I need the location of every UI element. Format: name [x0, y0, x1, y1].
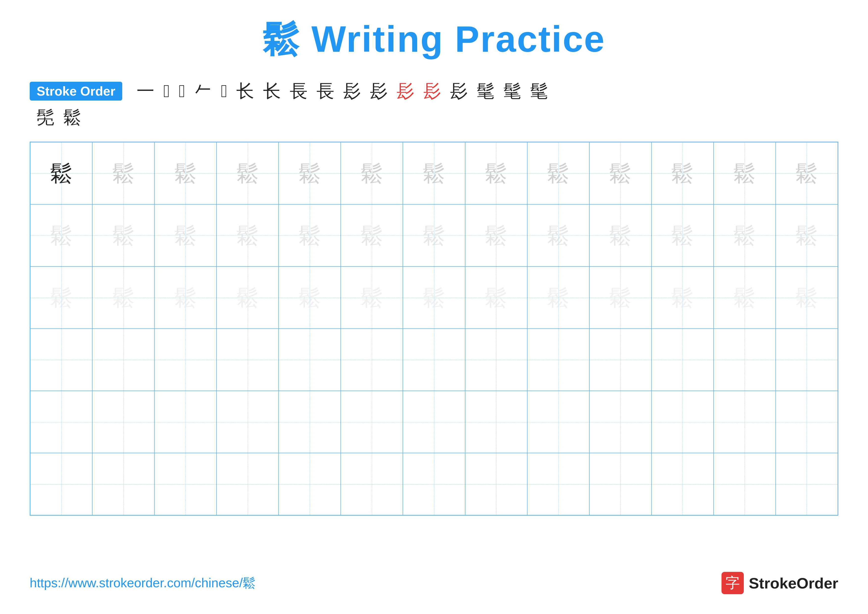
grid-row-6	[30, 453, 838, 515]
grid-cell-r6-c4[interactable]	[217, 453, 279, 515]
grid-cell-r4-c7[interactable]	[403, 329, 465, 391]
stroke-11: 髟	[370, 79, 388, 103]
stroke-8: 長	[290, 79, 308, 103]
grid-cell-r3-c11[interactable]: 鬆	[651, 266, 714, 329]
grid-cell-r5-c12[interactable]	[714, 391, 776, 453]
grid-cell-r2-c5[interactable]: 鬆	[279, 204, 341, 266]
grid-cell-r4-c10[interactable]	[589, 329, 651, 391]
grid-cell-r1-c5[interactable]: 鬆	[279, 142, 341, 204]
stroke-order-row-1: Stroke Order 一 𠃌 𠃎 𠂉 𠄌 长 长 長 長 髟 髟 髟 髟 髟…	[30, 79, 838, 103]
grid-cell-r6-c12[interactable]	[714, 453, 776, 515]
grid-cell-r4-c2[interactable]	[92, 329, 154, 391]
grid-cell-r4-c12[interactable]	[714, 329, 776, 391]
grid-cell-r3-c1[interactable]: 鬆	[30, 266, 92, 329]
grid-cell-r2-c7[interactable]: 鬆	[403, 204, 465, 266]
grid-cell-r2-c12[interactable]: 鬆	[714, 204, 776, 266]
grid-cell-r1-c4[interactable]: 鬆	[217, 142, 279, 204]
grid-cell-r5-c11[interactable]	[651, 391, 714, 453]
grid-cell-r4-c8[interactable]	[465, 329, 527, 391]
grid-cell-r1-c9[interactable]: 鬆	[527, 142, 589, 204]
grid-cell-r6-c6[interactable]	[341, 453, 403, 515]
stroke-7: 长	[263, 79, 281, 103]
grid-cell-r6-c10[interactable]	[589, 453, 651, 515]
stroke-15: 髦	[477, 79, 494, 103]
grid-cell-r1-c10[interactable]: 鬆	[589, 142, 651, 204]
stroke-18: 髧	[37, 106, 54, 129]
grid-cell-r1-c2[interactable]: 鬆	[92, 142, 154, 204]
grid-cell-r5-c13[interactable]	[776, 391, 838, 453]
grid-cell-r2-c8[interactable]: 鬆	[465, 204, 527, 266]
grid-cell-r3-c2[interactable]: 鬆	[92, 266, 154, 329]
stroke-6: 长	[236, 79, 254, 103]
grid-cell-r5-c6[interactable]	[341, 391, 403, 453]
strokeorder-logo-icon: 字	[722, 572, 744, 594]
grid-cell-r1-c13[interactable]: 鬆	[776, 142, 838, 204]
grid-cell-r5-c4[interactable]	[217, 391, 279, 453]
grid-cell-r6-c11[interactable]	[651, 453, 714, 515]
grid-cell-r6-c13[interactable]	[776, 453, 838, 515]
grid-cell-r4-c3[interactable]	[154, 329, 217, 391]
grid-cell-r6-c8[interactable]	[465, 453, 527, 515]
grid-cell-r2-c9[interactable]: 鬆	[527, 204, 589, 266]
grid-cell-r6-c1[interactable]	[30, 453, 92, 515]
grid-cell-r2-c6[interactable]: 鬆	[341, 204, 403, 266]
grid-cell-r2-c4[interactable]: 鬆	[217, 204, 279, 266]
grid-cell-r3-c9[interactable]: 鬆	[527, 266, 589, 329]
grid-cell-r3-c10[interactable]: 鬆	[589, 266, 651, 329]
grid-cell-r3-c13[interactable]: 鬆	[776, 266, 838, 329]
grid-cell-r1-c1[interactable]: 鬆	[30, 142, 92, 204]
grid-cell-r3-c5[interactable]: 鬆	[279, 266, 341, 329]
grid-cell-r5-c1[interactable]	[30, 391, 92, 453]
grid-cell-r2-c13[interactable]: 鬆	[776, 204, 838, 266]
grid-cell-r6-c2[interactable]	[92, 453, 154, 515]
footer-url[interactable]: https://www.strokeorder.com/chinese/鬆	[30, 574, 256, 592]
grid-cell-r1-c8[interactable]: 鬆	[465, 142, 527, 204]
grid-cell-r2-c3[interactable]: 鬆	[154, 204, 217, 266]
stroke-3: 𠃎	[179, 81, 185, 101]
grid-cell-r5-c7[interactable]	[403, 391, 465, 453]
grid-row-5	[30, 391, 838, 453]
grid-cell-r5-c10[interactable]	[589, 391, 651, 453]
grid-cell-r2-c11[interactable]: 鬆	[651, 204, 714, 266]
grid-cell-r4-c6[interactable]	[341, 329, 403, 391]
grid-cell-r6-c7[interactable]	[403, 453, 465, 515]
grid-cell-r2-c1[interactable]: 鬆	[30, 204, 92, 266]
grid-cell-r4-c5[interactable]	[279, 329, 341, 391]
stroke-order-row-2: 髧 鬆	[30, 106, 838, 129]
grid-cell-r3-c7[interactable]: 鬆	[403, 266, 465, 329]
grid-cell-r2-c2[interactable]: 鬆	[92, 204, 154, 266]
grid-cell-r6-c9[interactable]	[527, 453, 589, 515]
grid-cell-r1-c11[interactable]: 鬆	[651, 142, 714, 204]
grid-cell-r3-c6[interactable]: 鬆	[341, 266, 403, 329]
grid-cell-r4-c4[interactable]	[217, 329, 279, 391]
grid-cell-r5-c9[interactable]	[527, 391, 589, 453]
grid-cell-r3-c12[interactable]: 鬆	[714, 266, 776, 329]
grid-cell-r6-c3[interactable]	[154, 453, 217, 515]
grid-cell-r1-c3[interactable]: 鬆	[154, 142, 217, 204]
grid-cell-r3-c3[interactable]: 鬆	[154, 266, 217, 329]
grid-cell-r3-c4[interactable]: 鬆	[217, 266, 279, 329]
grid-cell-r5-c3[interactable]	[154, 391, 217, 453]
grid-cell-r3-c8[interactable]: 鬆	[465, 266, 527, 329]
grid-cell-r1-c12[interactable]: 鬆	[714, 142, 776, 204]
grid-cell-r5-c5[interactable]	[279, 391, 341, 453]
grid-cell-r4-c11[interactable]	[651, 329, 714, 391]
grid-cell-r6-c5[interactable]	[279, 453, 341, 515]
grid-row-1: 鬆 鬆 鬆 鬆 鬆 鬆 鬆 鬆 鬆 鬆 鬆 鬆 鬆	[30, 142, 838, 204]
grid-cell-r1-c7[interactable]: 鬆	[403, 142, 465, 204]
stroke-17: 髦	[530, 79, 548, 103]
grid-cell-r5-c8[interactable]	[465, 391, 527, 453]
stroke-10: 髟	[343, 79, 361, 103]
stroke-19: 鬆	[64, 106, 81, 129]
stroke-14: 髟	[450, 79, 468, 103]
grid-cell-r2-c10[interactable]: 鬆	[589, 204, 651, 266]
grid-cell-r4-c1[interactable]	[30, 329, 92, 391]
grid-row-2: 鬆 鬆 鬆 鬆 鬆 鬆 鬆 鬆 鬆 鬆 鬆 鬆 鬆	[30, 204, 838, 266]
grid-cell-r4-c13[interactable]	[776, 329, 838, 391]
stroke-2: 𠃌	[163, 81, 170, 101]
stroke-9: 長	[316, 79, 334, 103]
grid-cell-r5-c2[interactable]	[92, 391, 154, 453]
grid-cell-r1-c6[interactable]: 鬆	[341, 142, 403, 204]
grid-cell-r4-c9[interactable]	[527, 329, 589, 391]
page-title: 鬆 Writing Practice	[262, 15, 605, 64]
